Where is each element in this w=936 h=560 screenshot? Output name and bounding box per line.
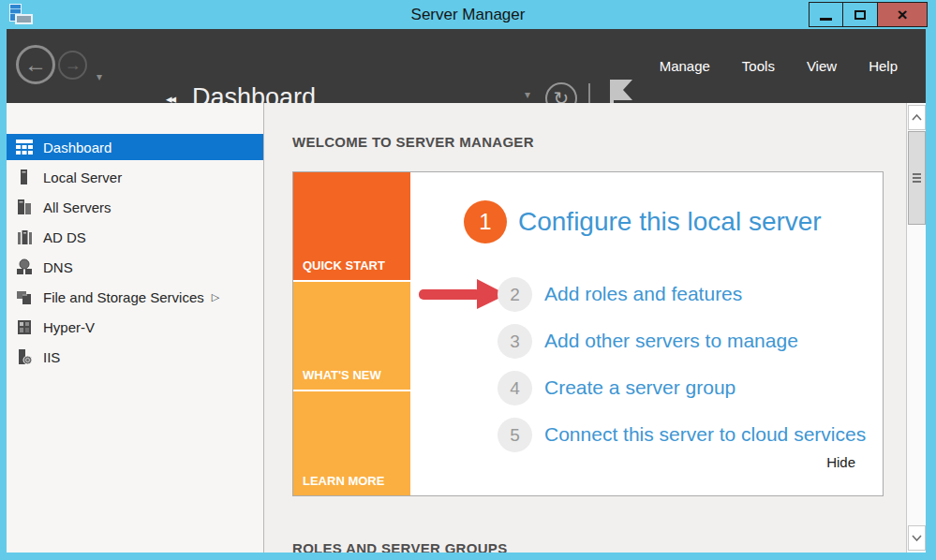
sidebar-item-label: DNS	[43, 259, 73, 275]
sidebar-item-iis[interactable]: IIS	[7, 344, 263, 370]
dashboard-grid-icon	[15, 138, 34, 156]
menu-help[interactable]: Help	[869, 58, 898, 74]
window-border-bottom	[0, 553, 936, 560]
sidebar-item-ad-ds[interactable]: AD DS	[7, 224, 263, 250]
menu-bar: Manage Tools View Help	[660, 29, 898, 103]
history-dropdown-icon[interactable]: ▾	[97, 70, 102, 83]
menu-tools[interactable]: Tools	[742, 58, 775, 74]
navigation-bar: ← → ▾ ◂◂ Dashboard ▾ ↻ Manage Tools View…	[7, 29, 926, 103]
chevron-up-icon	[912, 114, 922, 121]
main-content: WELCOME TO SERVER MANAGER QUICK START WH…	[264, 103, 906, 553]
sidebar-item-label: IIS	[43, 349, 60, 365]
title-bar: Server Manager ×	[0, 0, 936, 29]
sidebar-item-dashboard[interactable]: Dashboard	[7, 134, 263, 160]
tile-label: QUICK START	[303, 258, 385, 273]
minimize-button[interactable]	[809, 2, 843, 27]
step-1-badge: 1	[464, 200, 507, 243]
maximize-icon	[854, 10, 866, 20]
local-server-icon	[15, 168, 34, 186]
tab-learn-more[interactable]: LEARN MORE	[293, 391, 410, 495]
menu-manage[interactable]: Manage	[660, 58, 710, 74]
maximize-button[interactable]	[843, 2, 878, 27]
tile-label: WHAT'S NEW	[303, 368, 381, 382]
step-3-badge: 3	[498, 324, 532, 359]
tab-quick-start[interactable]: QUICK START	[293, 172, 410, 280]
back-button[interactable]: ←	[16, 45, 55, 84]
sidebar-item-label: All Servers	[43, 199, 111, 215]
sidebar-item-dns[interactable]: DNS	[7, 254, 263, 280]
window-border-left	[0, 29, 7, 560]
link-create-server-group[interactable]: Create a server group	[544, 376, 735, 399]
server-manager-icon	[9, 4, 34, 26]
back-arrow-icon: ←	[24, 52, 47, 78]
link-add-other-servers[interactable]: Add other servers to manage	[544, 330, 798, 352]
ad-ds-icon	[15, 228, 34, 246]
minimize-icon	[820, 18, 832, 21]
forward-arrow-icon: →	[65, 55, 82, 75]
tile-label: LEARN MORE	[303, 474, 384, 488]
vertical-scrollbar[interactable]	[906, 103, 926, 553]
sidebar-item-label: Dashboard	[43, 140, 111, 155]
hide-link[interactable]: Hide	[826, 454, 855, 470]
breadcrumb-dropdown-icon[interactable]: ▾	[525, 88, 530, 101]
sidebar-item-label: Hyper-V	[43, 319, 95, 335]
sidebar-item-hyper-v[interactable]: Hyper-V	[7, 314, 263, 340]
welcome-tile-panel: QUICK START WHAT'S NEW LEARN MORE 1 Conf…	[292, 171, 884, 496]
sidebar-item-label: File and Storage Services	[43, 289, 204, 305]
iis-icon	[15, 347, 34, 366]
annotation-arrow	[417, 277, 507, 311]
server-manager-window: Server Manager × ← → ▾ ◂◂ Dashboard ▾ ↻ …	[0, 0, 936, 560]
forward-button[interactable]: →	[58, 51, 87, 80]
link-connect-cloud-services[interactable]: Connect this server to cloud services	[544, 423, 866, 446]
tab-whats-new[interactable]: WHAT'S NEW	[293, 282, 410, 390]
welcome-heading: WELCOME TO SERVER MANAGER	[292, 134, 534, 150]
sidebar-item-local-server[interactable]: Local Server	[7, 164, 263, 190]
file-storage-icon	[15, 287, 34, 306]
sidebar-item-label: Local Server	[43, 169, 122, 185]
sidebar: Dashboard Local Server All Servers AD DS…	[7, 103, 263, 553]
sidebar-item-file-storage-services[interactable]: File and Storage Services ▷	[7, 284, 263, 310]
hyper-v-icon	[15, 317, 34, 336]
link-add-roles-features[interactable]: Add roles and features	[544, 283, 742, 305]
scroll-down-button[interactable]	[908, 525, 926, 551]
dns-icon	[15, 258, 34, 276]
menu-view[interactable]: View	[807, 58, 837, 74]
step-5-badge: 5	[498, 418, 532, 452]
chevron-down-icon	[912, 535, 922, 541]
window-title: Server Manager	[0, 6, 936, 24]
link-configure-local-server[interactable]: Configure this local server	[518, 207, 822, 237]
close-icon: ×	[897, 5, 907, 25]
all-servers-icon	[15, 198, 34, 216]
window-border-right	[926, 29, 936, 560]
step-4-badge: 4	[498, 371, 532, 405]
scroll-thumb[interactable]	[908, 131, 926, 225]
sidebar-item-label: AD DS	[43, 229, 86, 245]
scroll-up-button[interactable]	[908, 105, 926, 130]
sidebar-item-all-servers[interactable]: All Servers	[7, 194, 263, 220]
expand-arrow-icon[interactable]: ▷	[212, 291, 219, 303]
close-button[interactable]: ×	[878, 2, 928, 27]
step-2-badge: 2	[498, 277, 532, 312]
